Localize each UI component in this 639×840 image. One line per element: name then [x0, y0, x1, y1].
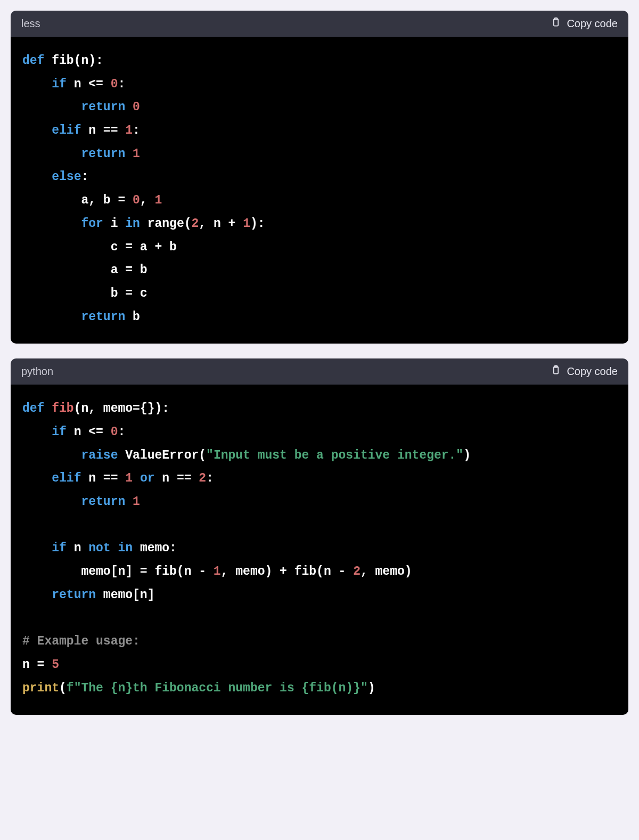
code-token: [22, 425, 52, 439]
code-token: [111, 541, 118, 555]
code-token: if: [52, 541, 67, 555]
code-token: if: [52, 425, 67, 439]
code-token: ): [368, 681, 375, 695]
code-token: [22, 495, 81, 509]
code-token: [125, 100, 133, 114]
code-token: n <=: [67, 77, 111, 91]
code-token: f"The {n}th Fibonacci number is {fib(n)}…: [67, 681, 368, 695]
code-token: n ==: [81, 471, 125, 485]
code-token: if: [52, 77, 67, 91]
code-token: , n +: [199, 217, 243, 231]
code-token: [22, 448, 81, 462]
code-block: lessCopy codedef fib(n): if n <= 0: retu…: [11, 11, 628, 344]
code-block-header: lessCopy code: [11, 11, 628, 37]
code-token: print: [22, 681, 59, 695]
code-token: n: [67, 541, 88, 555]
code-token: [22, 170, 52, 184]
code-token: , memo): [361, 565, 412, 578]
code-token: [22, 588, 52, 602]
code-token: else: [52, 170, 81, 184]
code-token: (n, memo={}):: [74, 402, 169, 415]
code-token: 1: [154, 193, 162, 207]
code-token: # Example usage:: [22, 634, 140, 648]
code-token: fib: [52, 402, 73, 415]
code-token: 2: [192, 217, 199, 231]
code-token: return: [81, 100, 125, 114]
code-token: elif: [52, 471, 81, 485]
code-token: [22, 100, 81, 114]
code-token: 1: [133, 147, 140, 161]
code-token: return: [52, 588, 96, 602]
code-token: 1: [243, 217, 250, 231]
code-token: in: [125, 217, 140, 231]
code-token: , memo) + fib(n -: [221, 565, 353, 578]
copy-code-button[interactable]: Copy code: [551, 17, 618, 30]
code-token: b: [125, 310, 140, 324]
code-token: :: [118, 77, 125, 91]
code-token: [133, 471, 140, 485]
copy-code-label: Copy code: [567, 18, 618, 30]
code-token: [22, 124, 52, 137]
code-token: [22, 310, 81, 324]
code-token: return: [81, 310, 125, 324]
code-token: memo[n] = fib(n -: [22, 565, 214, 578]
code-token: return: [81, 495, 125, 509]
code-token: 0: [133, 100, 140, 114]
copy-code-button[interactable]: Copy code: [551, 365, 618, 378]
code-token: return: [81, 147, 125, 161]
clipboard-icon: [551, 365, 561, 378]
language-label: python: [21, 365, 53, 378]
code-token: fib(n):: [44, 54, 103, 68]
code-token: [22, 77, 52, 91]
code-token: i: [103, 217, 125, 231]
language-label: less: [21, 18, 40, 30]
code-token: elif: [52, 124, 81, 137]
code-token: ):: [250, 217, 265, 231]
code-token: :: [133, 124, 140, 137]
code-token: n ==: [81, 124, 125, 137]
code-token: a, b =: [22, 193, 133, 207]
code-content: def fib(n, memo={}): if n <= 0: raise Va…: [11, 385, 628, 715]
code-token: ): [463, 448, 471, 462]
code-token: in: [118, 541, 133, 555]
code-token: def: [22, 402, 44, 415]
code-token: 1: [133, 495, 140, 509]
code-token: c = a + b: [22, 240, 177, 254]
code-token: [22, 217, 81, 231]
copy-code-label: Copy code: [567, 365, 618, 378]
code-token: 2: [353, 565, 361, 578]
code-token: b = c: [22, 287, 148, 300]
code-token: n =: [22, 658, 52, 672]
code-token: for: [81, 217, 103, 231]
code-token: [22, 147, 81, 161]
code-token: [125, 147, 133, 161]
code-content: def fib(n): if n <= 0: return 0 elif n =…: [11, 37, 628, 344]
code-token: [22, 541, 52, 555]
code-token: memo[n]: [96, 588, 154, 602]
code-token: 2: [199, 471, 206, 485]
code-token: 1: [125, 471, 133, 485]
code-token: ,: [140, 193, 155, 207]
code-token: "Input must be a positive integer.": [206, 448, 463, 462]
code-token: 1: [125, 124, 133, 137]
code-token: [22, 471, 52, 485]
code-block: pythonCopy codedef fib(n, memo={}): if n…: [11, 358, 628, 715]
code-token: not: [88, 541, 110, 555]
code-token: or: [140, 471, 155, 485]
code-block-header: pythonCopy code: [11, 358, 628, 385]
code-token: :: [118, 425, 125, 439]
code-token: :: [81, 170, 88, 184]
code-token: 0: [111, 77, 118, 91]
code-token: memo:: [133, 541, 177, 555]
code-token: def: [22, 54, 44, 68]
code-token: (: [59, 681, 67, 695]
code-token: range(: [140, 217, 192, 231]
code-token: 5: [52, 658, 59, 672]
code-token: raise: [81, 448, 118, 462]
code-token: 1: [214, 565, 221, 578]
code-token: [44, 402, 52, 415]
code-token: n <=: [67, 425, 111, 439]
code-token: :: [206, 471, 214, 485]
code-token: ValueError(: [118, 448, 206, 462]
code-token: a = b: [22, 263, 148, 277]
